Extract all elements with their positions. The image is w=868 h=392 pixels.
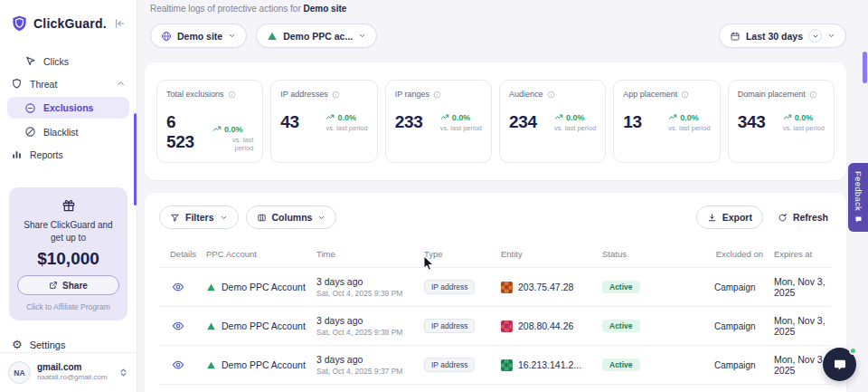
- sidebar-collapse-icon[interactable]: [113, 17, 126, 30]
- eye-icon[interactable]: [172, 359, 184, 371]
- share-button[interactable]: Share: [17, 275, 119, 295]
- table-toolbar: Filters Columns Export Refresh: [159, 206, 832, 229]
- col-header-status[interactable]: Status: [602, 249, 703, 259]
- time-relative: 3 days ago: [316, 315, 424, 326]
- export-button[interactable]: Export: [696, 206, 763, 229]
- columns-icon: [257, 213, 267, 223]
- stat-label: IP ranges: [395, 90, 429, 99]
- stat-trend: 0.0% vs. last period: [668, 113, 710, 132]
- stat-trend-value: 0.0%: [566, 113, 585, 122]
- chevron-down-icon: [220, 214, 228, 222]
- promo-text: Share ClickGuard and get up to: [17, 219, 119, 244]
- account-email: naatali.ro@gmail.com: [37, 373, 107, 382]
- col-header-ppc-account[interactable]: PPC Account: [206, 249, 316, 259]
- col-header-entity[interactable]: Entity: [501, 249, 602, 259]
- chevron-circle-icon[interactable]: [808, 29, 822, 43]
- stat-trend-period: vs. last period: [326, 124, 367, 132]
- feedback-chat-icon: [854, 215, 863, 224]
- site-name: Demo site: [304, 4, 347, 14]
- google-ads-icon: [206, 282, 216, 292]
- table-row[interactable]: Demo PPC Account 3 days ago Sat, Oct 4, …: [159, 268, 832, 307]
- info-icon[interactable]: [681, 91, 689, 99]
- feedback-tab[interactable]: Feedback: [848, 163, 868, 232]
- ppc-account-cell: Demo PPC Account: [206, 359, 316, 370]
- columns-button[interactable]: Columns: [246, 206, 337, 229]
- info-icon[interactable]: [228, 91, 236, 99]
- nav-scroll-indicator[interactable]: [134, 113, 137, 206]
- sidebar-item-reports[interactable]: Reports: [0, 143, 137, 166]
- type-cell: IP address: [424, 280, 501, 294]
- col-header-details[interactable]: Details: [159, 249, 206, 259]
- account-info: gmail.com naatali.ro@gmail.com: [37, 362, 107, 382]
- scrollbar-thumb[interactable]: [863, 52, 867, 83]
- date-range-dropdown[interactable]: Last 30 days: [719, 24, 846, 48]
- logo-row: ClickGuard.: [0, 0, 137, 41]
- stat-trend-period: vs. last period: [783, 124, 825, 132]
- stat-label: Total exclusions: [166, 90, 224, 99]
- stat-value: 6 523: [166, 112, 207, 152]
- table-row[interactable]: Demo PPC Account 3 days ago Sat, Oct 4, …: [159, 307, 832, 346]
- stat-trend: 0.0% vs. last period: [554, 113, 596, 132]
- entity-cell: 16.213.141.2...: [501, 359, 602, 371]
- chevron-down-icon: [317, 214, 326, 222]
- sidebar-item-clicks[interactable]: Clicks: [0, 50, 137, 72]
- stat-value: 343: [738, 112, 766, 132]
- entity-cell: 203.75.47.28: [501, 282, 602, 293]
- col-header-excluded-on[interactable]: Excluded on: [703, 249, 763, 259]
- bar-chart-icon: [11, 148, 23, 160]
- shield-icon: [11, 78, 23, 90]
- circle-minus-icon: [24, 102, 36, 114]
- stat-trend-period: vs. last period: [668, 124, 710, 132]
- brand-name: ClickGuard.: [33, 16, 108, 31]
- refresh-button[interactable]: Refresh: [774, 206, 832, 229]
- info-icon[interactable]: [433, 91, 441, 99]
- excluded-on-cell: Campaign: [703, 321, 763, 331]
- share-button-label: Share: [62, 281, 88, 291]
- time-relative: 3 days ago: [316, 276, 424, 287]
- ppc-account-cell: Demo PPC Account: [206, 320, 316, 331]
- table-row[interactable]: Demo PPC Account 3 days ago Sat, Oct 4, …: [159, 346, 832, 385]
- ppc-account-filter-dropdown[interactable]: Demo PPC ac...: [256, 24, 377, 48]
- trend-up-icon: [554, 113, 563, 122]
- exclusions-table-panel: Filters Columns Export Refresh: [145, 193, 846, 392]
- stat-card: Total exclusions 6 523 0.0% vs. las: [156, 80, 263, 163]
- stat-value: 234: [509, 112, 537, 132]
- stat-label: App placement: [623, 90, 677, 99]
- col-header-expires-at[interactable]: Expires at: [763, 249, 832, 259]
- feedback-label: Feedback: [854, 171, 863, 211]
- ip-identicon: [501, 320, 513, 332]
- info-icon[interactable]: [547, 91, 555, 99]
- filter-bar: Demo site Demo PPC ac... Last 30 days: [150, 24, 846, 48]
- status-badge: Active: [602, 320, 640, 332]
- col-header-type[interactable]: Type: [424, 249, 501, 259]
- stat-card: IP ranges 233 0.0% vs. last period: [385, 80, 492, 163]
- chevron-updown-icon: [118, 367, 128, 378]
- google-ads-icon: [206, 321, 216, 331]
- info-icon[interactable]: [809, 91, 817, 99]
- sidebar-item-label: Exclusions: [43, 102, 93, 113]
- chat-launcher-button[interactable]: [823, 348, 856, 381]
- stat-trend-value: 0.0%: [680, 113, 699, 122]
- sidebar-item-blacklist[interactable]: Blacklist: [0, 120, 137, 143]
- excluded-on-cell: Campaign: [703, 282, 763, 292]
- sidebar-item-settings[interactable]: ⚙ Settings: [0, 337, 137, 352]
- stat-trend-value: 0.0%: [795, 113, 814, 122]
- entity-value: 203.75.47.28: [518, 282, 573, 292]
- page-subtitle: Realtime logs of protective actions for …: [150, 4, 846, 14]
- account-switcher[interactable]: NA gmail.com naatali.ro@gmail.com: [0, 352, 137, 392]
- eye-icon[interactable]: [172, 281, 184, 293]
- date-range-value: Last 30 days: [746, 31, 803, 42]
- sidebar-item-threat[interactable]: Threat: [0, 72, 137, 95]
- eye-icon[interactable]: [172, 320, 184, 332]
- trend-up-icon: [326, 113, 335, 122]
- google-ads-icon: [206, 360, 216, 370]
- ppc-account-filter-value: Demo PPC ac...: [283, 31, 353, 42]
- info-icon[interactable]: [332, 91, 340, 99]
- affiliate-link[interactable]: Click to Affiliate Program: [17, 302, 119, 311]
- site-filter-dropdown[interactable]: Demo site: [150, 24, 247, 48]
- col-header-time[interactable]: Time: [316, 249, 424, 259]
- site-filter-value: Demo site: [177, 31, 222, 42]
- status-cell: Active: [602, 359, 703, 371]
- filters-button[interactable]: Filters: [159, 206, 239, 229]
- sidebar-item-exclusions[interactable]: Exclusions: [7, 97, 129, 119]
